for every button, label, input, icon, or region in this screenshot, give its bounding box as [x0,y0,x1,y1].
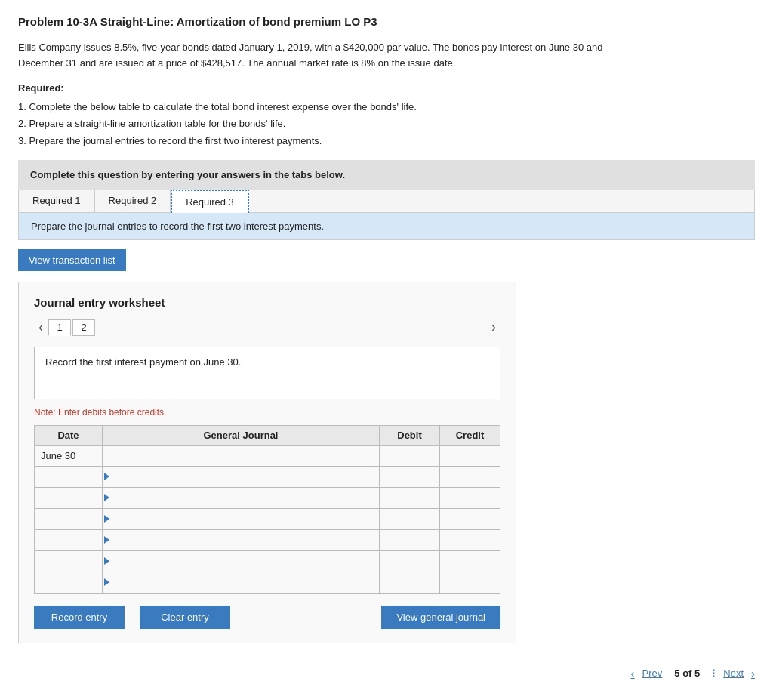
view-transaction-button[interactable]: View transaction list [18,249,126,271]
col-header-credit: Credit [440,425,500,445]
table-row-debit-1[interactable] [380,466,440,487]
table-row-debit-4[interactable] [380,529,440,550]
bottom-buttons: Record entry Clear entry View general jo… [34,606,500,629]
table-row-general-journal-6[interactable] [103,572,380,593]
input-general-journal-6[interactable] [103,572,379,593]
table-row-debit-2[interactable] [380,487,440,508]
journal-worksheet-title: Journal entry worksheet [34,296,500,309]
table-row-general-journal-3[interactable] [103,508,380,529]
input-general-journal-5[interactable] [103,551,379,572]
triangle-indicator-6 [104,578,109,586]
table-row-date-6 [35,572,103,593]
worksheet-nav: ‹ 1 2 › [34,319,500,336]
table-row-credit-5[interactable] [440,550,500,572]
input-general-journal-1[interactable] [103,467,379,487]
table-row-date-4 [35,529,103,550]
record-entry-button[interactable]: Record entry [34,606,125,629]
tabs-row: Required 1 Required 2 Required 3 [19,190,754,213]
grid-icon[interactable]: ⁝ [712,666,716,680]
nav-page-1[interactable]: 1 [48,319,71,336]
triangle-indicator-2 [104,494,109,501]
col-header-general-journal: General Journal [103,425,380,445]
input-debit-0[interactable] [380,446,439,466]
table-row-credit-6[interactable] [440,572,500,593]
instruction-3: 3. Prepare the journal entries to record… [18,134,755,150]
nav-prev-arrow[interactable]: ‹ [34,319,48,335]
note-debits: Note: Enter debits before credits. [34,407,500,418]
input-credit-5[interactable] [440,551,500,572]
table-row-credit-0[interactable] [440,445,500,466]
table-row-general-journal-0[interactable] [103,445,380,466]
input-debit-3[interactable] [380,509,439,529]
tab-required-2[interactable]: Required 2 [95,190,171,212]
next-link[interactable]: Next [723,668,744,679]
table-row-date-2 [35,487,103,508]
instruction-1: 1. Complete the below table to calculate… [18,100,755,116]
tab-required-1[interactable]: Required 1 [19,190,95,212]
view-general-journal-button[interactable]: View general journal [381,606,500,629]
triangle-indicator-5 [104,557,109,565]
table-row-date-0: June 30 [35,445,103,466]
table-row-debit-5[interactable] [380,550,440,572]
table-row-date-3 [35,508,103,529]
input-general-journal-0[interactable] [103,446,379,466]
triangle-indicator-1 [104,473,109,480]
input-debit-2[interactable] [380,488,439,508]
table-row-date-1 [35,466,103,487]
col-header-debit: Debit [380,425,440,445]
input-credit-3[interactable] [440,509,500,529]
complete-box: Complete this question by entering your … [18,160,755,190]
instructions: 1. Complete the below table to calculate… [18,100,755,150]
input-credit-6[interactable] [440,572,500,593]
journal-worksheet: Journal entry worksheet ‹ 1 2 › Record t… [18,282,516,643]
nav-page-2[interactable]: 2 [72,319,95,336]
nav-next-arrow[interactable]: › [487,319,500,335]
triangle-indicator-4 [104,536,109,544]
problem-description: Ellis Company issues 8.5%, five-year bon… [18,40,755,72]
input-debit-6[interactable] [380,572,439,593]
input-credit-0[interactable] [440,446,500,466]
tab-content-header: Prepare the journal entries to record th… [19,213,754,239]
table-row-general-journal-4[interactable] [103,529,380,550]
description-line1: Ellis Company issues 8.5%, five-year bon… [18,42,602,53]
table-row-debit-3[interactable] [380,508,440,529]
required-label: Required: [18,82,755,94]
triangle-indicator-3 [104,515,109,523]
input-general-journal-4[interactable] [103,530,379,550]
nav-pages: 1 2 [48,319,96,336]
table-row-general-journal-1[interactable] [103,466,380,487]
input-general-journal-2[interactable] [103,488,379,508]
next-chevron[interactable]: › [751,667,755,680]
journal-table: Date General Journal Debit Credit June 3… [34,425,500,594]
description-line2: December 31 and are issued at a price of… [18,57,455,69]
input-credit-2[interactable] [440,488,500,508]
input-general-journal-3[interactable] [103,509,379,529]
table-row-date-5 [35,550,103,572]
input-credit-1[interactable] [440,467,500,487]
page-info: 5 of 5 [674,668,700,679]
table-row-credit-3[interactable] [440,508,500,529]
table-row-general-journal-2[interactable] [103,487,380,508]
table-row-credit-2[interactable] [440,487,500,508]
tab-required-3[interactable]: Required 3 [171,190,249,213]
input-credit-4[interactable] [440,530,500,550]
input-debit-1[interactable] [380,467,439,487]
description-box: Record the first interest payment on Jun… [34,347,500,399]
table-row-general-journal-5[interactable] [103,550,380,572]
clear-entry-button[interactable]: Clear entry [140,606,230,629]
tabs-outer: Required 1 Required 2 Required 3 Prepare… [18,190,755,240]
prev-chevron[interactable]: ‹ [631,667,635,680]
table-row-credit-1[interactable] [440,466,500,487]
problem-title: Problem 10-3A Straight-Line: Amortizatio… [18,15,755,28]
table-row-debit-0[interactable] [380,445,440,466]
input-debit-4[interactable] [380,530,439,550]
instruction-2: 2. Prepare a straight-line amortization … [18,116,755,132]
table-row-debit-6[interactable] [380,572,440,593]
footer-nav: ‹ Prev 5 of 5 ⁝ Next › [18,666,755,680]
prev-link[interactable]: Prev [642,668,663,679]
table-row-credit-4[interactable] [440,529,500,550]
input-debit-5[interactable] [380,551,439,572]
col-header-date: Date [35,425,103,445]
